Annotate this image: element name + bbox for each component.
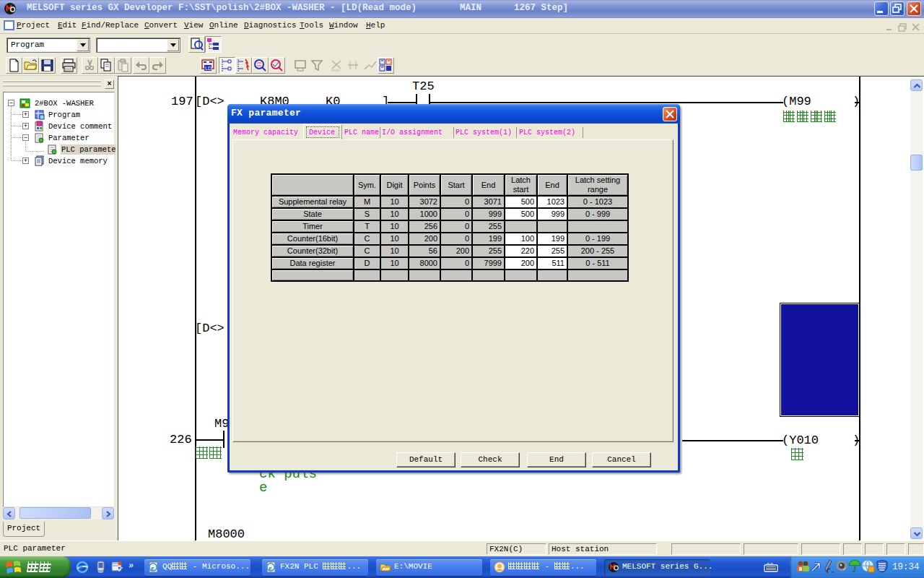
svg-text:e: e	[151, 564, 154, 571]
svg-text:xxxx: xxxx	[331, 68, 340, 72]
svg-text:e: e	[269, 564, 271, 571]
svg-text:e: e	[79, 562, 83, 573]
svg-text:LD: LD	[205, 66, 212, 71]
